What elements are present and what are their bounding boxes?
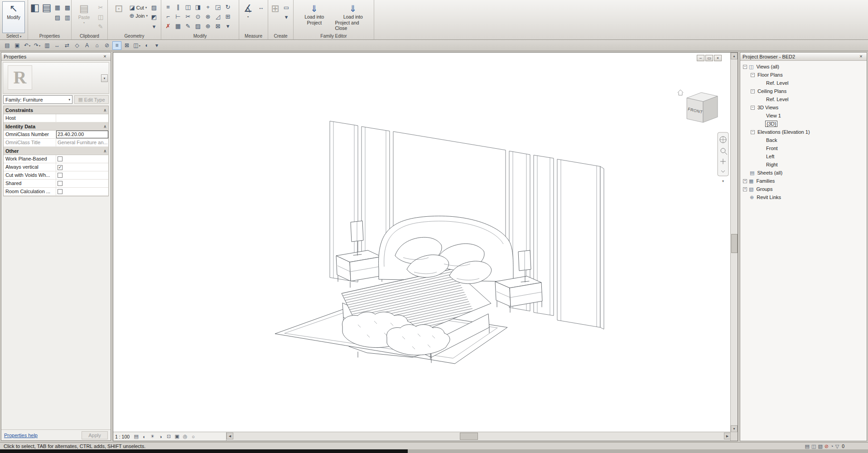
sun-settings-icon[interactable]: ☀ — [149, 433, 156, 440]
tree-item-label[interactable]: Groups — [755, 186, 773, 192]
collapse-section-icon[interactable]: ∧ — [103, 124, 106, 129]
property-value-omniclass-title[interactable]: General Furniture an... — [56, 139, 108, 146]
collapse-icon[interactable]: − — [751, 106, 755, 110]
tree-item-right[interactable]: Right — [740, 161, 867, 169]
tree-item-ref-level[interactable]: Ref. Level — [740, 95, 867, 103]
checkbox-checked-icon[interactable]: ✓ — [58, 165, 63, 170]
tree-item-label[interactable]: Ref. Level — [765, 97, 790, 102]
type-properties-icon[interactable]: ▨ — [53, 13, 62, 22]
align-icon[interactable]: ≡ — [164, 3, 173, 11]
checkbox-icon[interactable] — [58, 189, 63, 194]
filter-icon[interactable]: ▽ — [835, 443, 839, 449]
property-value-omniclass-number[interactable]: 23.40.20.00 — [56, 131, 108, 138]
more-tools-icon[interactable]: ▾ — [223, 22, 232, 30]
type-selector-dropdown[interactable]: ▾ — [101, 74, 108, 82]
panel-label-measure[interactable]: Measure — [239, 34, 268, 39]
checkbox-icon[interactable] — [58, 156, 63, 161]
group-icon[interactable]: ▦ — [174, 22, 183, 30]
array-icon[interactable]: ⊞ — [223, 12, 232, 21]
tree-item-back[interactable]: Back — [740, 136, 867, 144]
text-icon[interactable]: A — [82, 41, 92, 50]
cut-geometry-button[interactable]: ◪ Cut ▾ — [129, 4, 148, 11]
scroll-down-arrow[interactable]: ▼ — [731, 425, 738, 432]
vertical-scroll-thumb[interactable] — [731, 234, 738, 253]
property-value-room-calculation[interactable] — [56, 188, 108, 195]
panel-label-clipboard[interactable]: Clipboard — [72, 34, 107, 39]
tree-item-left[interactable]: Left — [740, 152, 867, 161]
expand-icon[interactable]: + — [743, 187, 747, 191]
create-button[interactable]: ⊞ — [270, 1, 280, 33]
customize-qat-icon[interactable]: ▾ — [152, 41, 161, 50]
collapse-icon[interactable]: − — [751, 130, 755, 134]
collapse-icon[interactable]: − — [751, 89, 755, 93]
tree-item-label[interactable]: Back — [765, 137, 778, 143]
aligned-dimension-icon[interactable]: ↔ — [256, 3, 265, 12]
match-type-icon[interactable]: ✎ — [96, 22, 105, 31]
property-value-shared[interactable] — [56, 180, 108, 187]
family-category-icon[interactable]: ▦ — [53, 3, 62, 12]
paint-tool-icon[interactable]: ▨ — [193, 22, 203, 30]
scroll-up-arrow[interactable]: ▲ — [731, 53, 738, 59]
paste-button[interactable]: ▤ Paste ▾ — [74, 1, 94, 33]
measure-icon[interactable]: ↔ — [53, 41, 62, 50]
family-parameters-icon[interactable]: ▩ — [63, 3, 72, 12]
viewcube[interactable]: FRONT — [678, 90, 718, 122]
create-options-icon[interactable]: ▾ — [282, 13, 291, 21]
tree-item-3d[interactable]: {3D} — [740, 120, 867, 128]
collapse-section-icon[interactable]: ∧ — [103, 108, 106, 112]
collapse-icon[interactable]: − — [743, 65, 747, 69]
tree-item-ref-level[interactable]: Ref. Level — [740, 79, 867, 87]
background-processes-icon[interactable]: ◔ — [830, 443, 834, 449]
crop-view-icon[interactable]: ⊡ — [165, 433, 173, 440]
copy-icon[interactable]: ◲ — [213, 3, 222, 11]
tree-item-label[interactable]: 3D Views — [757, 105, 779, 110]
tree-item-label[interactable]: Elevations (Elevation 1) — [757, 129, 811, 135]
delete-icon[interactable]: ✗ — [164, 22, 173, 30]
properties-palette-icon[interactable]: ◧ — [30, 3, 39, 12]
section-header-other[interactable]: Other∧ — [4, 147, 108, 155]
join-geometry-button[interactable]: ⊕ Join ▾ — [129, 12, 148, 19]
trim-corner-icon[interactable]: ⌐ — [164, 12, 173, 21]
match-properties-icon[interactable]: ✎ — [183, 22, 193, 30]
restore-view-icon[interactable]: ▭ — [705, 55, 713, 61]
unpin-icon[interactable]: ⊗ — [203, 12, 212, 21]
close-inactive-windows-icon[interactable]: ⊠ — [122, 41, 131, 50]
split-element-icon[interactable]: ✂ — [183, 12, 193, 21]
save-icon[interactable]: ▣ — [13, 41, 22, 50]
collapse-section-icon[interactable]: ∧ — [103, 149, 106, 153]
aligned-dimension-icon[interactable]: ⇄ — [63, 41, 72, 50]
visual-style-icon[interactable]: ◐ — [140, 433, 148, 440]
tree-item-label[interactable]: Families — [755, 178, 776, 184]
expand-icon[interactable]: + — [743, 179, 747, 183]
void-forms-button[interactable]: ⊡ — [110, 1, 127, 33]
properties-titlebar[interactable]: Properties × — [1, 53, 111, 61]
join-icon[interactable]: ⊕ — [203, 22, 212, 30]
minimize-view-icon[interactable]: – — [697, 55, 704, 61]
tree-item-3d-views[interactable]: −3D Views — [740, 103, 867, 112]
drawing-surface[interactable]: FRONT ▾ –▭× — [113, 53, 731, 432]
tag-by-category-icon[interactable]: ◇ — [72, 41, 82, 50]
navigation-bar[interactable]: ▾ — [718, 132, 728, 183]
apply-button[interactable]: Apply — [82, 431, 108, 439]
exclude-options-icon[interactable]: ⊘ — [825, 443, 829, 449]
family-types-icon[interactable]: ▤ — [42, 3, 51, 12]
section-icon[interactable]: ⊘ — [102, 41, 111, 50]
geometry-options-icon[interactable]: ▾ — [149, 22, 159, 31]
tree-item-floor-plans[interactable]: −Floor Plans — [740, 71, 867, 79]
panel-label-create[interactable]: Create — [268, 34, 293, 39]
offset-icon[interactable]: ∥ — [174, 3, 183, 11]
project-browser-titlebar[interactable]: Project Browser - BED2 × — [740, 53, 867, 61]
tree-item-label[interactable]: Views (all) — [755, 64, 780, 69]
vertical-scrollbar[interactable]: ▲ ▼ — [730, 53, 738, 432]
tree-item-label[interactable]: {3D} — [765, 121, 777, 127]
cut-icon[interactable]: ✂ — [96, 3, 105, 12]
detail-level-icon[interactable]: ▤ — [132, 433, 140, 440]
section-header-identity-data[interactable]: Identity Data∧ — [4, 122, 108, 131]
tree-item-sheets-all[interactable]: ▤Sheets (all) — [740, 169, 867, 177]
visual-style-icon[interactable]: ◐ — [142, 41, 151, 50]
split-face-icon[interactable]: ◩ — [149, 13, 159, 21]
properties-help-link[interactable]: Properties help — [4, 433, 38, 438]
tree-item-revit-links[interactable]: ⊕Revit Links — [740, 193, 867, 201]
tree-item-label[interactable]: Front — [765, 146, 779, 151]
tree-item-label[interactable]: Revit Links — [756, 195, 782, 200]
